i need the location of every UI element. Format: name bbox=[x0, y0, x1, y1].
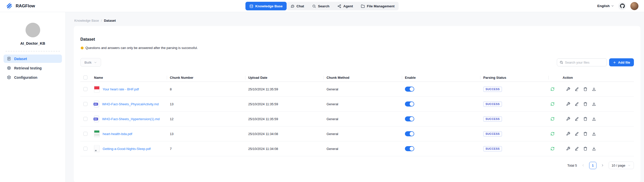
nav-agent-label: Agent bbox=[343, 4, 353, 8]
delete-icon[interactable] bbox=[583, 87, 587, 91]
plus-icon bbox=[613, 61, 616, 64]
edit-icon[interactable] bbox=[575, 102, 579, 106]
bulk-button[interactable]: Bulk bbox=[80, 58, 101, 67]
page-size-select[interactable]: 10 / page bbox=[609, 162, 634, 169]
pdf-thumbnail-icon bbox=[94, 86, 100, 93]
chunk-number-value: 12 bbox=[167, 117, 245, 121]
file-name-link[interactable]: Getting-a-Good-Nights-Sleep.pdf bbox=[103, 147, 151, 151]
next-page-icon[interactable] bbox=[601, 164, 604, 167]
download-icon[interactable] bbox=[592, 132, 596, 136]
refresh-icon[interactable] bbox=[550, 147, 555, 151]
nav-file-management[interactable]: File Management bbox=[357, 2, 399, 10]
refresh-icon[interactable] bbox=[550, 102, 555, 106]
table-row: heart-health-bda.pdf 13 25/10/2024 11:34… bbox=[80, 126, 634, 141]
chunk-method-value: General bbox=[324, 87, 402, 91]
chunk-method-value: General bbox=[324, 117, 402, 121]
delete-icon[interactable] bbox=[583, 117, 587, 121]
nav-chat-label: Chat bbox=[296, 4, 304, 8]
nav-agent[interactable]: Agent bbox=[333, 2, 357, 10]
user-avatar[interactable] bbox=[630, 2, 638, 10]
edit-icon[interactable] bbox=[575, 147, 579, 151]
search-input[interactable] bbox=[565, 61, 604, 64]
page-title: Dataset bbox=[80, 26, 634, 42]
nav-knowledge-base[interactable]: Knowledge Base bbox=[245, 2, 287, 10]
download-icon[interactable] bbox=[592, 102, 596, 106]
folder-icon bbox=[361, 4, 365, 8]
github-icon bbox=[620, 4, 625, 8]
enable-toggle[interactable] bbox=[405, 116, 414, 121]
tool-icon[interactable] bbox=[566, 132, 570, 136]
pagination: Total 5 1 10 / page bbox=[80, 162, 634, 169]
row-checkbox[interactable] bbox=[83, 117, 87, 121]
agent-icon bbox=[337, 4, 341, 8]
page-number-button[interactable]: 1 bbox=[589, 162, 596, 169]
breadcrumb-knowledge-base[interactable]: Knowledge Base bbox=[74, 19, 99, 22]
sidebar-item-retrieval-testing[interactable]: Retrieval testing bbox=[4, 64, 62, 72]
file-name-link[interactable]: WHO-Fact-Sheets_PhysicalActivity.md bbox=[102, 102, 159, 106]
brand[interactable]: RAGFlow bbox=[6, 2, 35, 10]
tool-icon[interactable] bbox=[566, 117, 570, 121]
column-header-parsing-status: Parsing Status bbox=[480, 73, 548, 82]
add-file-button[interactable]: Add file bbox=[609, 58, 634, 66]
edit-icon[interactable] bbox=[575, 117, 579, 121]
parsing-status-badge: SUCCESS bbox=[483, 101, 502, 107]
wink-emoji-icon bbox=[80, 46, 84, 50]
language-selector[interactable]: English bbox=[597, 4, 614, 8]
enable-toggle[interactable] bbox=[405, 101, 414, 107]
column-header-chunk-method: Chunk Method bbox=[324, 73, 402, 82]
parsing-status-badge: SUCCESS bbox=[483, 87, 502, 92]
edit-icon[interactable] bbox=[575, 132, 579, 136]
row-checkbox[interactable] bbox=[83, 132, 87, 136]
tool-icon[interactable] bbox=[566, 147, 570, 151]
file-name-link[interactable]: heart-health-bda.pdf bbox=[103, 132, 132, 136]
refresh-icon[interactable] bbox=[550, 87, 555, 91]
file-name-link[interactable]: WHO-Fact-Sheets_Hypertension(1).md bbox=[102, 117, 160, 121]
file-name-link[interactable]: Your heart rate - BHF.pdf bbox=[103, 87, 139, 91]
download-icon[interactable] bbox=[592, 147, 596, 151]
table-row: MD WHO-Fact-Sheets_Hypertension(1).md 12… bbox=[80, 112, 634, 126]
document-icon bbox=[7, 57, 11, 61]
enable-toggle[interactable] bbox=[405, 87, 414, 92]
header-right-controls: English bbox=[597, 2, 638, 10]
select-all-checkbox[interactable] bbox=[83, 75, 87, 80]
chunk-number-value: 7 bbox=[167, 147, 245, 151]
parsing-status-badge: SUCCESS bbox=[483, 146, 502, 151]
nav-knowledge-base-label: Knowledge Base bbox=[255, 4, 283, 8]
column-header-chunk-number: Chunk Number bbox=[167, 73, 245, 82]
refresh-icon[interactable] bbox=[550, 117, 555, 121]
row-actions bbox=[548, 132, 634, 136]
sidebar-item-configuration[interactable]: Configuration bbox=[4, 73, 62, 82]
edit-icon[interactable] bbox=[575, 87, 579, 91]
nav-search[interactable]: Search bbox=[308, 2, 333, 10]
github-button[interactable] bbox=[618, 2, 626, 10]
page-size-value: 10 / page bbox=[612, 164, 625, 167]
delete-icon[interactable] bbox=[583, 132, 587, 136]
markdown-file-icon: MD bbox=[94, 116, 99, 122]
enable-toggle[interactable] bbox=[405, 131, 414, 136]
row-actions bbox=[548, 117, 634, 121]
sidebar-item-dataset[interactable]: Dataset bbox=[4, 55, 62, 63]
pdf-thumbnail-icon bbox=[94, 145, 100, 152]
tool-icon[interactable] bbox=[566, 102, 570, 106]
row-checkbox[interactable] bbox=[83, 147, 87, 151]
row-checkbox[interactable] bbox=[83, 102, 87, 106]
table-row: Your heart rate - BHF.pdf 8 25/10/2024 1… bbox=[80, 82, 634, 97]
dataset-card: Dataset Questions and answers can only b… bbox=[74, 26, 640, 182]
delete-icon[interactable] bbox=[583, 147, 587, 151]
enable-toggle[interactable] bbox=[405, 146, 414, 151]
row-checkbox[interactable] bbox=[83, 87, 87, 91]
nav-chat[interactable]: Chat bbox=[287, 2, 308, 10]
parsing-hint: Questions and answers can only be answer… bbox=[80, 46, 634, 50]
download-icon[interactable] bbox=[592, 87, 596, 91]
table-row: MD WHO-Fact-Sheets_PhysicalActivity.md 1… bbox=[80, 97, 634, 112]
ragflow-logo-icon bbox=[6, 2, 13, 10]
refresh-icon[interactable] bbox=[550, 132, 555, 136]
download-icon[interactable] bbox=[592, 117, 596, 121]
previous-page-icon[interactable] bbox=[581, 164, 585, 167]
tool-icon[interactable] bbox=[566, 87, 570, 91]
nav-search-label: Search bbox=[318, 4, 329, 8]
parsing-status-badge: SUCCESS bbox=[483, 131, 502, 137]
upload-date-value: 25/10/2024 11:35:59 bbox=[245, 87, 324, 91]
delete-icon[interactable] bbox=[583, 102, 587, 106]
pdf-thumbnail-icon bbox=[94, 130, 100, 137]
